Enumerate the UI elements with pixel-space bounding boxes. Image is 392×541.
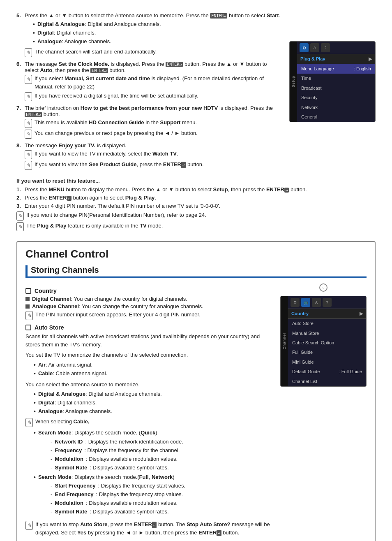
channel-cable-search[interactable]: Cable Search Option xyxy=(288,338,366,348)
d-bullet: Digital: Digital channels. xyxy=(34,399,272,407)
step6-note1: ✎ If you select Manual, Set current date… xyxy=(25,74,281,91)
setup-menu-arrow: ▶ xyxy=(369,56,372,62)
channel-manual-store[interactable]: Manual Store xyxy=(288,329,366,338)
note-icon-8b: ✎ xyxy=(25,161,32,170)
full-guide-label: Full Guide xyxy=(292,349,313,355)
step7-num: 7. xyxy=(16,105,22,140)
end-freq-item: End Frequency: Displays the frequency st… xyxy=(51,490,185,499)
search-mode2-subitems: Start Frequency: Displays the frequency … xyxy=(38,482,185,516)
menu-network-item[interactable]: Network xyxy=(297,103,375,112)
search-mode1-subitems: Network ID: Displays the network identif… xyxy=(38,438,183,472)
menu-time-item[interactable]: Time xyxy=(297,74,375,83)
step8-text: The message Enjoy your TV. is displayed.… xyxy=(25,142,204,171)
note-icon-stop: ✎ xyxy=(25,521,33,530)
enter-stop2: ↵ xyxy=(217,530,221,536)
step7-row: 7. The brief instruction on How to get t… xyxy=(16,105,281,140)
step6-row: 6. The message Set the Clock Mode. is di… xyxy=(16,61,281,102)
step8-num: 8. xyxy=(16,142,22,171)
enter-reset-1: ↵ xyxy=(284,188,289,193)
menu-security-item[interactable]: Security xyxy=(297,93,375,102)
step5-section: 5. Press the ▲ or ▼ button to select the… xyxy=(16,12,376,174)
menu-broadcast-label: Broadcast xyxy=(301,85,322,91)
menu-language-item[interactable]: Menu Language : English xyxy=(297,64,375,74)
tv-menu-wrapper: Setup ⚙ A ? Plug & Play ▶ Men xyxy=(290,42,375,122)
setup-section-label: Setup xyxy=(291,74,296,89)
note-icon-6a: ✎ xyxy=(25,75,32,84)
reset-step3: 3. Enter your 4 digit PIN number. The de… xyxy=(16,203,376,209)
enter-stop: ↵ xyxy=(152,522,157,528)
air-bullet: Air: Air antenna signal. xyxy=(34,361,272,369)
menu-general-item[interactable]: General xyxy=(297,112,375,122)
channel-menu-panel: ○ Channel ⚙ 📺 A ? xyxy=(280,283,367,538)
da-bullet: Digital & Analogue: Digital and Analogue… xyxy=(34,390,272,399)
channel-control-section: Channel Control Storing Channels Country… xyxy=(16,241,376,541)
reset-step2-text: Press the ENTER↵ button again to select … xyxy=(25,195,156,201)
step8-row: 8. The message Enjoy your TV. is display… xyxy=(16,142,281,171)
step6-note2: ✎ If you have received a digital signal,… xyxy=(25,92,281,101)
step5-main: 5. Press the ▲ or ▼ button to select the… xyxy=(16,12,281,174)
channel-default-guide[interactable]: Default Guide : Full Guide xyxy=(288,367,366,376)
storing-channels-main: Country Digital Channel: You can change … xyxy=(25,283,272,538)
antenna-select-desc: You can select the antenna source to mem… xyxy=(25,381,272,389)
symbol-rate1-item: Symbol Rate: Displays available symbol r… xyxy=(51,464,183,472)
frequency-item: Frequency: Displays the frequency for th… xyxy=(51,446,183,455)
country-checkbox xyxy=(25,288,31,294)
channel-mini-guide[interactable]: Mini Guide xyxy=(288,358,366,367)
start-bold: Start xyxy=(267,12,279,19)
bullet-analogue: Analogue: Analogue channels. xyxy=(33,37,280,46)
reset-heading: If you want to reset this feature... xyxy=(16,178,376,184)
reset-note1-text: If you want to change PIN(Personal Ident… xyxy=(26,211,206,219)
auto-store-desc1: Scans for all channels with active broad… xyxy=(25,332,272,348)
channel-auto-store[interactable]: Auto Store xyxy=(288,319,366,328)
reset-section: If you want to reset this feature... 1. … xyxy=(16,178,376,231)
cable-note-text: When selecting Cable, xyxy=(35,418,90,426)
enter-reset-2: ↵ xyxy=(67,196,71,201)
note-icon-6b: ✎ xyxy=(25,92,32,101)
channel-full-guide[interactable]: Full Guide xyxy=(288,348,366,357)
step7-note2: ✎ You can change previous or next page b… xyxy=(25,129,281,139)
step5-row: 5. Press the ▲ or ▼ button to select the… xyxy=(16,12,281,58)
reset-step1-text: Press the MENU button to display the men… xyxy=(25,186,307,193)
note-icon: ✎ xyxy=(25,48,32,57)
setup-icon-2: A xyxy=(310,43,319,52)
country-note-text: The PIN number input screen appears. Ent… xyxy=(35,311,201,319)
channel-section-label: Channel xyxy=(281,331,287,351)
setup-menu-icons: ⚙ A ? xyxy=(297,42,375,54)
menu-broadcast-item[interactable]: Broadcast xyxy=(297,84,375,93)
note-icon-country: ✎ xyxy=(25,311,33,320)
channel-menu-icons: ⚙ 📺 A ? xyxy=(288,296,366,309)
setup-menu-title: Plug & Play ▶ xyxy=(297,54,375,64)
channel-list[interactable]: Channel List xyxy=(288,377,366,386)
a-bullet: Analogue: Analogue channels. xyxy=(34,407,272,416)
step5-bullets: Digital & Analogue: Digital and Analogue… xyxy=(25,20,280,46)
step6-note1-text: If you select Manual, Set current date a… xyxy=(35,74,281,91)
step8-note2-text: If you want to view the See Product Guid… xyxy=(35,160,204,169)
country-note: ✎ The PIN number input screen appears. E… xyxy=(25,311,272,320)
country-subsection-title: Country xyxy=(25,288,272,294)
channel-menu-arrow: ▶ xyxy=(360,311,363,316)
channel-icon-inner: ○ xyxy=(322,286,324,290)
setup-sidebar-label: Setup xyxy=(290,42,297,122)
menu-general-label: General xyxy=(301,114,317,120)
note-icon-r1: ✎ xyxy=(16,211,24,221)
bullet-digital-analogue: Digital & Analogue: Digital and Analogue… xyxy=(33,20,280,29)
digital-channel-bullet xyxy=(25,297,30,301)
enter-icon-5: ENTER↵ xyxy=(210,13,227,19)
auto-store-stop-note: ✎ If you want to stop Auto Store, press … xyxy=(25,520,272,536)
enter-icon-7: ENTER↵ xyxy=(25,112,42,117)
setup-menu-panel: Setup ⚙ A ? Plug & Play ▶ Men xyxy=(289,37,376,174)
modulation2-item: Modulation: Displays available modulatio… xyxy=(51,499,185,508)
channel-icon-circle: ○ xyxy=(319,283,327,292)
note-icon-7a: ✎ xyxy=(25,119,32,128)
reset-note2: ✎ The Plug & Play feature is only availa… xyxy=(16,222,376,231)
channel-icon-4: ? xyxy=(323,298,332,307)
step7-note1-text: This menu is available HD Connection Gui… xyxy=(35,118,197,127)
auto-store-subsection-title: Auto Store xyxy=(25,324,272,331)
step7-note1: ✎ This menu is available HD Connection G… xyxy=(25,118,281,128)
enter-icon-6b: ENTER↵ xyxy=(90,68,108,73)
search-mode2-bullet: Search Mode: Displays the search mode.(F… xyxy=(34,473,272,518)
auto-store-stop-text: If you want to stop Auto Store, press th… xyxy=(35,520,272,536)
digital-channel-row: Digital Channel: You can change the coun… xyxy=(25,296,272,302)
step5-text: Press the ▲ or ▼ button to select the An… xyxy=(25,12,280,58)
channel-menu-body: ⚙ 📺 A ? Country ▶ Auto Store xyxy=(288,296,366,386)
